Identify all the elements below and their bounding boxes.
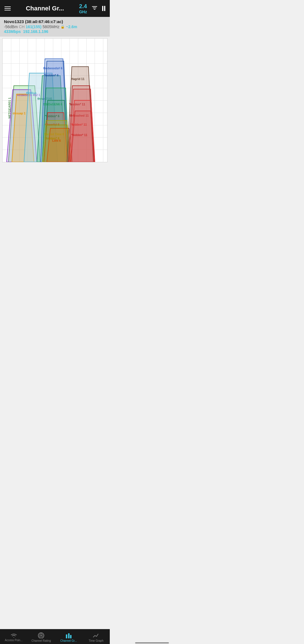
menu-icon[interactable]	[5, 6, 11, 10]
ap-freq: 5805MHz	[43, 25, 59, 29]
filter-icon[interactable]	[91, 5, 98, 12]
svg-text:*hidden* 6: *hidden* 6	[44, 74, 59, 77]
ap-speed: 433Mbps	[4, 29, 21, 34]
header-right: 2.4 GHz	[79, 3, 105, 14]
svg-text:LAN 6: LAN 6	[52, 139, 61, 142]
header: Channel Gr... 2.4 GHz	[0, 0, 110, 17]
ap-row2: 433Mbps 192.168.1.196	[4, 29, 106, 34]
svg-text:*hidden* 11: *hidden* 11	[71, 133, 87, 137]
chart-bars-svg: NETGEAR01 1 Redwoods 452 1 desuap 1 BitB…	[3, 39, 107, 162]
svg-text:Hagrid 11: Hagrid 11	[71, 77, 84, 81]
pause-icon[interactable]	[102, 6, 105, 11]
lock-icon: 🔒	[61, 25, 65, 29]
freq-unit: GHz	[79, 10, 87, 14]
ap-distance: ~2.6m	[66, 25, 77, 29]
page-title: Channel Gr...	[26, 5, 64, 12]
ap-ch-label: CH	[19, 25, 24, 29]
channel-graph: NETGEAR01 1 Redwoods 452 1 desuap 1 BitB…	[2, 38, 108, 162]
ap-name: Novo1323 (38:a0:67:46:c7:ac)	[4, 19, 106, 24]
freq-number: 2.4	[79, 3, 87, 10]
ap-info-bar: Novo1323 (38:a0:67:46:c7:ac) -56dBm CH 1…	[0, 17, 110, 37]
svg-text:desuap 1: desuap 1	[13, 112, 26, 115]
ap-details: -56dBm CH 161(155) 5805MHz 🔒 ~2.6m	[4, 25, 106, 29]
svg-text:BitBlue: BitBlue	[26, 91, 37, 95]
ap-signal: -56dBm	[4, 25, 18, 29]
frequency-selector[interactable]: 2.4 GHz	[79, 3, 87, 14]
ap-ip: 192.168.1.196	[23, 29, 48, 34]
ap-channel: 161(155)	[26, 25, 41, 29]
